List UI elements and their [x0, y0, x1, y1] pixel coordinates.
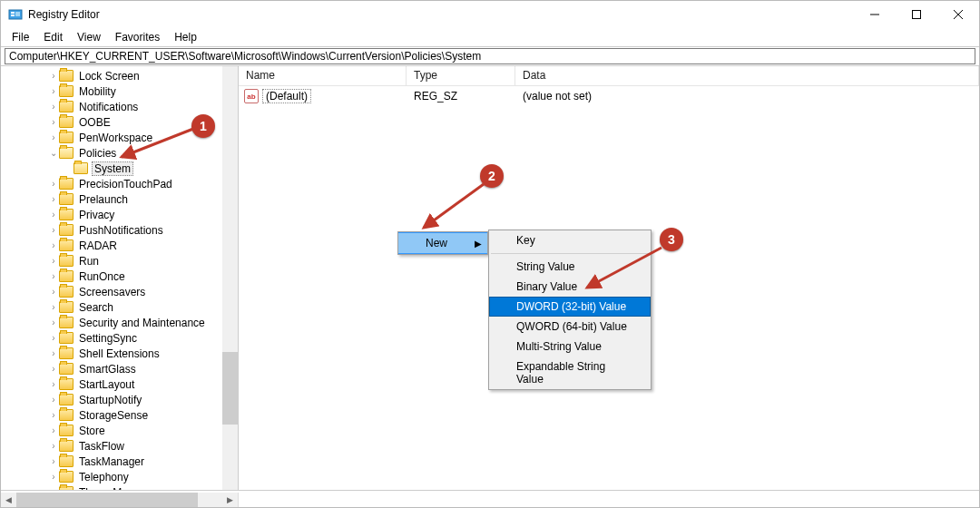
- chevron-right-icon[interactable]: ›: [48, 256, 59, 266]
- col-data[interactable]: Data: [515, 66, 979, 85]
- chevron-right-icon[interactable]: ›: [48, 425, 59, 435]
- menu-edit[interactable]: Edit: [38, 29, 68, 45]
- folder-icon: [59, 239, 74, 251]
- tree-item[interactable]: ›SettingSync: [1, 330, 238, 346]
- menu-view[interactable]: View: [72, 29, 106, 45]
- chevron-right-icon[interactable]: ›: [48, 210, 59, 220]
- chevron-right-icon[interactable]: ›: [48, 364, 59, 374]
- tree-item[interactable]: ›Telephony: [1, 469, 238, 484]
- folder-icon: [59, 286, 74, 298]
- folder-icon: [59, 317, 74, 328]
- tree-hscroll-thumb[interactable]: [16, 493, 198, 508]
- hscroll-left-button[interactable]: ◀: [1, 493, 16, 508]
- close-button[interactable]: [937, 1, 979, 28]
- folder-icon: [59, 425, 74, 436]
- folder-icon: [59, 70, 74, 82]
- minimize-button[interactable]: [854, 1, 896, 28]
- tree-item[interactable]: ›Store: [1, 423, 238, 438]
- tree-item[interactable]: ›RunOnce: [1, 269, 238, 284]
- ctx-item[interactable]: Binary Value: [489, 277, 651, 297]
- chevron-right-icon[interactable]: ›: [48, 86, 59, 96]
- tree-vscroll-thumb[interactable]: [222, 352, 238, 425]
- tree-item[interactable]: ›Privacy: [1, 207, 238, 222]
- chevron-right-icon[interactable]: ›: [48, 456, 59, 466]
- tree-item[interactable]: ⌄Policies: [1, 145, 238, 161]
- list-header: Name Type Data: [239, 66, 979, 86]
- chevron-right-icon[interactable]: ›: [48, 333, 59, 343]
- folder-icon: [59, 270, 74, 282]
- ctx-item[interactable]: Multi-String Value: [489, 337, 651, 357]
- tree-item[interactable]: ›StartLayout: [1, 376, 238, 392]
- tree-item[interactable]: ›Mobility: [1, 83, 238, 99]
- chevron-right-icon[interactable]: ›: [48, 240, 59, 250]
- folder-icon: [59, 471, 74, 483]
- menu-file[interactable]: File: [6, 29, 34, 45]
- chevron-right-icon[interactable]: ›: [48, 302, 59, 312]
- chevron-right-icon[interactable]: ›: [48, 395, 59, 405]
- chevron-down-icon[interactable]: ⌄: [48, 148, 59, 158]
- tree-item[interactable]: ›Shell Extensions: [1, 346, 238, 361]
- ctx-new[interactable]: New ▶: [398, 232, 487, 254]
- chevron-right-icon[interactable]: ›: [48, 379, 59, 389]
- tree-item[interactable]: ›PrecisionTouchPad: [1, 176, 238, 191]
- address-input[interactable]: [5, 48, 975, 64]
- tree-vscroll[interactable]: [222, 66, 238, 490]
- chevron-right-icon[interactable]: ›: [48, 318, 59, 327]
- folder-icon: [59, 147, 74, 159]
- chevron-right-icon[interactable]: ›: [48, 441, 59, 451]
- tree-item[interactable]: ›StartupNotify: [1, 392, 238, 407]
- value-data: (value not set): [515, 90, 979, 103]
- chevron-right-icon[interactable]: ›: [48, 194, 59, 204]
- tree-item[interactable]: ›TaskManager: [1, 454, 238, 469]
- menu-favorites[interactable]: Favorites: [110, 29, 165, 45]
- ctx-item[interactable]: DWORD (32-bit) Value: [489, 297, 651, 317]
- tree-item[interactable]: ›Security and Maintenance: [1, 315, 238, 330]
- col-name[interactable]: Name: [239, 66, 407, 85]
- chevron-right-icon[interactable]: ›: [48, 102, 59, 112]
- tree-item-label: PrecisionTouchPad: [77, 178, 174, 190]
- tree-item-label: OOBE: [77, 116, 113, 129]
- tree-item[interactable]: ›RADAR: [1, 238, 238, 253]
- ctx-new-label: New: [426, 237, 447, 249]
- maximize-button[interactable]: [896, 1, 937, 28]
- tree-hscroll[interactable]: ◀ ▶: [1, 493, 239, 508]
- tree-item-label: Security and Maintenance: [77, 317, 207, 329]
- chevron-right-icon[interactable]: ›: [48, 348, 59, 358]
- tree-item[interactable]: ›SmartGlass: [1, 361, 238, 376]
- tree-item[interactable]: ›PushNotifications: [1, 222, 238, 238]
- tree-item-label: Search: [77, 301, 115, 314]
- folder-icon: [59, 224, 74, 236]
- tree-item-label: StorageSense: [77, 409, 150, 422]
- chevron-right-icon[interactable]: ›: [48, 410, 59, 420]
- ctx-item[interactable]: Key: [489, 230, 651, 250]
- chevron-right-icon[interactable]: ›: [48, 71, 59, 81]
- chevron-right-icon[interactable]: ›: [48, 287, 59, 297]
- chevron-right-icon[interactable]: ›: [48, 179, 59, 189]
- tree-item[interactable]: ›StorageSense: [1, 407, 238, 423]
- tree-item[interactable]: ›Search: [1, 299, 238, 315]
- chevron-right-icon[interactable]: ›: [48, 225, 59, 235]
- folder-icon: [59, 394, 74, 405]
- ctx-item[interactable]: Expandable String Value: [489, 357, 651, 389]
- folder-icon: [59, 455, 74, 467]
- hscroll-right-button[interactable]: ▶: [222, 493, 238, 508]
- tree-item[interactable]: ›Run: [1, 253, 238, 269]
- tree-item[interactable]: ›Prelaunch: [1, 191, 238, 207]
- chevron-right-icon[interactable]: ›: [48, 472, 59, 482]
- tree-item[interactable]: ›Screensavers: [1, 284, 238, 299]
- tree-item[interactable]: ›Notifications: [1, 99, 238, 114]
- ctx-item[interactable]: QWORD (64-bit) Value: [489, 317, 651, 337]
- list-row[interactable]: ab(Default)REG_SZ(value not set): [239, 88, 979, 104]
- annotation-badge-3: 3: [660, 228, 683, 251]
- tree-item-label: TaskManager: [77, 455, 146, 468]
- tree-item[interactable]: ›TaskFlow: [1, 438, 238, 454]
- ctx-item[interactable]: String Value: [489, 257, 651, 277]
- tree-item[interactable]: System: [1, 161, 238, 176]
- chevron-right-icon[interactable]: ›: [48, 271, 59, 281]
- tree-item[interactable]: ›Lock Screen: [1, 68, 238, 83]
- menu-help[interactable]: Help: [169, 29, 202, 45]
- chevron-right-icon[interactable]: ›: [48, 132, 59, 142]
- col-type[interactable]: Type: [407, 66, 515, 85]
- chevron-right-icon[interactable]: ›: [48, 117, 59, 127]
- folder-icon: [59, 209, 74, 220]
